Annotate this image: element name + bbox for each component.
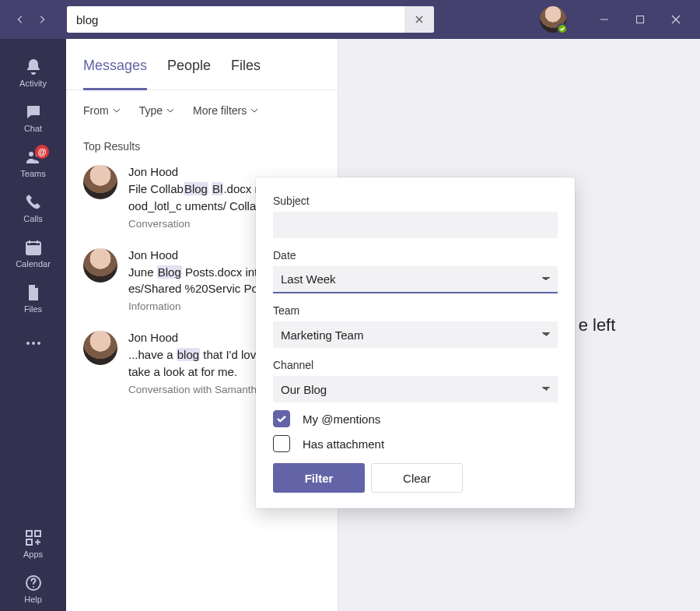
window-close-button[interactable] <box>658 0 694 39</box>
result-avatar <box>83 165 117 199</box>
filter-row: From Type More filters <box>66 90 338 126</box>
calendar-icon <box>24 238 43 257</box>
result-avatar <box>83 331 117 365</box>
rail-files[interactable]: Files <box>0 276 66 321</box>
svg-point-6 <box>26 342 30 345</box>
clear-button[interactable]: Clear <box>371 463 463 493</box>
section-top-results: Top Results <box>66 126 338 160</box>
rail-calls[interactable]: Calls <box>0 185 66 230</box>
svg-point-1 <box>29 152 33 156</box>
search-box <box>67 6 434 33</box>
filter-more[interactable]: More filters <box>193 104 258 117</box>
rail-chat[interactable]: Chat <box>0 95 66 140</box>
mentions-label: My @mentions <box>303 413 380 426</box>
window-maximize-button[interactable] <box>622 0 658 39</box>
highlight: Blog <box>157 265 182 279</box>
search-clear-button[interactable] <box>404 6 434 33</box>
result-avatar <box>83 248 117 283</box>
result-tabs: Messages People Files <box>66 39 338 90</box>
rail-label: Activity <box>19 79 47 88</box>
date-select[interactable]: Last Week <box>273 266 558 293</box>
result-author: Jon Hood <box>128 165 178 178</box>
result-author: Jon Hood <box>128 248 178 262</box>
filter-label: Type <box>139 104 163 117</box>
rail-label: Help <box>24 595 42 604</box>
rail-label: Calendar <box>16 259 51 269</box>
mention-badge-icon: @ <box>35 145 49 159</box>
rail-label: Calls <box>23 214 42 223</box>
result-author: Jon Hood <box>128 331 178 344</box>
filter-label: More filters <box>193 104 247 117</box>
filter-button[interactable]: Filter <box>273 463 365 493</box>
svg-rect-9 <box>26 531 32 536</box>
chevron-down-icon <box>113 107 121 114</box>
filter-label: From <box>83 104 109 117</box>
placeholder-text-fragment: e left <box>579 315 616 335</box>
team-select[interactable]: Marketing Team <box>273 321 558 348</box>
bell-icon <box>24 58 43 76</box>
back-button[interactable] <box>9 9 31 30</box>
svg-point-7 <box>32 342 35 345</box>
current-user-avatar[interactable] <box>540 6 566 33</box>
attachment-checkbox[interactable] <box>273 435 290 452</box>
tab-messages[interactable]: Messages <box>83 58 147 90</box>
file-icon <box>24 283 43 302</box>
subject-label: Subject <box>273 195 558 207</box>
rail-calendar[interactable]: Calendar <box>0 230 66 276</box>
rail-activity[interactable]: Activity <box>0 50 66 95</box>
tab-people[interactable]: People <box>167 58 211 90</box>
filter-from[interactable]: From <box>83 104 121 117</box>
channel-label: Channel <box>273 359 558 371</box>
help-icon <box>24 574 43 592</box>
chevron-down-icon <box>166 107 174 114</box>
phone-icon <box>24 193 43 212</box>
titlebar <box>0 0 700 39</box>
rail-apps[interactable]: Apps <box>0 521 66 566</box>
history-nav <box>9 9 53 30</box>
apps-icon <box>24 528 43 547</box>
rail-label: Files <box>24 304 42 314</box>
channel-select[interactable]: Our Blog <box>273 376 558 402</box>
svg-point-13 <box>33 586 34 588</box>
window-minimize-button[interactable] <box>586 0 622 39</box>
forward-button[interactable] <box>31 9 53 30</box>
rail-label: Apps <box>23 550 43 559</box>
mentions-checkbox[interactable] <box>273 410 290 427</box>
chat-icon <box>24 103 43 121</box>
highlight: blog <box>177 348 200 361</box>
filter-type[interactable]: Type <box>139 104 174 117</box>
rail-label: Chat <box>24 124 42 133</box>
search-input[interactable] <box>67 6 404 33</box>
svg-rect-11 <box>26 539 32 545</box>
svg-point-8 <box>37 342 40 345</box>
tab-files[interactable]: Files <box>231 58 261 90</box>
search-results-panel: Messages People Files From Type More fil… <box>66 39 338 611</box>
attachment-label: Has attachment <box>303 437 384 451</box>
more-icon <box>24 334 43 353</box>
app-rail: Activity Chat @ Teams Calls Calendar Fil… <box>0 39 66 611</box>
highlight: Blog <box>184 182 208 195</box>
svg-rect-10 <box>35 531 40 536</box>
rail-teams[interactable]: @ Teams <box>0 140 66 185</box>
rail-more[interactable] <box>0 321 66 366</box>
highlight: Bl <box>212 182 223 195</box>
presence-available-icon <box>557 23 568 34</box>
more-filters-popover: Subject Date Last Week Team Marketing Te… <box>256 177 575 508</box>
team-label: Team <box>273 304 558 317</box>
chevron-down-icon <box>250 107 258 114</box>
rail-label: Teams <box>20 169 45 178</box>
subject-input[interactable] <box>273 212 558 238</box>
rail-help[interactable]: Help <box>0 566 66 611</box>
svg-rect-0 <box>637 16 644 23</box>
date-label: Date <box>273 249 558 262</box>
